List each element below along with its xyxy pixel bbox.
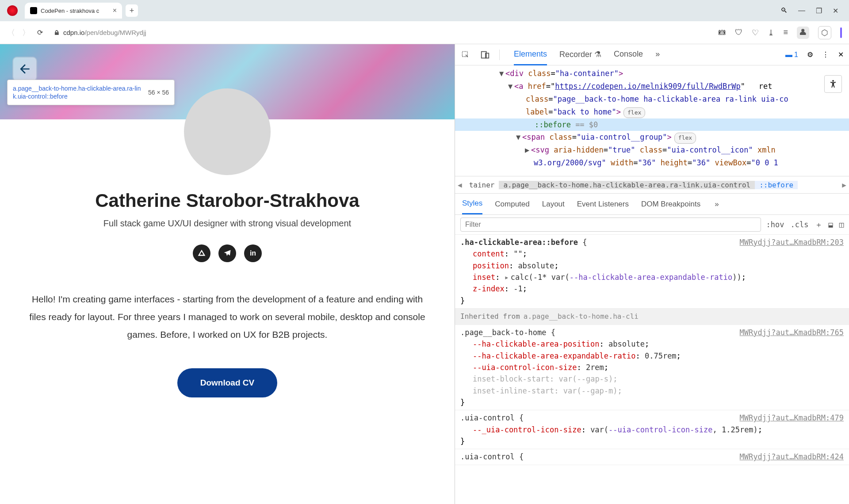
css-property[interactable]: z-index: -1; — [460, 283, 844, 294]
accessibility-icon[interactable] — [824, 75, 842, 93]
shield-icon[interactable]: 🛡︎ — [735, 28, 743, 37]
nav-back-icon[interactable]: 〈 — [7, 27, 15, 38]
profile-icon[interactable]: 👤︎ — [797, 27, 809, 39]
rule-source-link[interactable]: MWRydjj?aut…KmadbRM:203 — [740, 237, 844, 248]
computed-toggle-icon[interactable]: ⬓ — [829, 220, 833, 229]
breadcrumb-item[interactable]: a.page__back-to-home.ha-clickable-area.r… — [499, 181, 755, 189]
devtools-toolbar: Elements Recorder ⚗ Console » ▬ 1 ⚙ ⋮ ✕ — [455, 44, 849, 65]
search-icon[interactable]: 🔍︎ — [780, 7, 788, 15]
reload-icon[interactable]: ⟳ — [37, 28, 43, 37]
breadcrumb-right-icon[interactable]: ▶ — [839, 181, 849, 189]
heart-icon[interactable]: ♡ — [752, 28, 759, 38]
tab-recorder[interactable]: Recorder ⚗ — [559, 44, 601, 65]
dom-node[interactable]: ▼<span class="uia-control__group">flex — [455, 131, 849, 144]
tab-close-icon[interactable]: × — [113, 7, 117, 15]
css-property-overridden[interactable]: inset-inline-start: var(--gap-m); — [460, 385, 844, 397]
issues-badge[interactable]: ▬ 1 — [785, 51, 798, 59]
css-property[interactable]: inset: ▸calc(-1* var(--ha-clickable-area… — [460, 271, 844, 283]
close-devtools-icon[interactable]: ✕ — [838, 50, 844, 59]
rule-source-link[interactable]: MWRydjj?aut…KmadbRM:479 — [740, 412, 844, 424]
inherited-from-bar: Inherited from a.page__back-to-home.ha-c… — [455, 309, 849, 325]
styles-filter-input[interactable] — [460, 218, 761, 232]
toolbar-icons: 📷︎ 🛡︎ ♡ ⤓ ≡ 👤︎ ⬡ — [718, 26, 842, 39]
more-tabs-icon[interactable]: » — [655, 44, 660, 65]
more-styles-tabs-icon[interactable]: » — [715, 195, 719, 214]
extensions-icon[interactable]: ⬡ — [818, 26, 831, 39]
minimize-icon[interactable]: — — [798, 7, 805, 15]
rule-source-link[interactable]: MWRydjj?aut…KmadbRM:765 — [740, 327, 844, 338]
artstation-icon[interactable] — [193, 244, 210, 262]
dom-node[interactable]: ▼<div class="ha-container"> — [455, 67, 849, 80]
settings-gear-icon[interactable]: ⚙ — [807, 50, 813, 59]
download-cv-button[interactable]: Download CV — [177, 368, 277, 397]
dom-node-cont[interactable]: label="back to home">flex — [455, 106, 849, 118]
tab-computed[interactable]: Computed — [495, 195, 529, 214]
close-window-icon[interactable]: ✕ — [833, 7, 838, 15]
telegram-icon[interactable] — [218, 244, 236, 262]
download-icon[interactable]: ⤓ — [768, 28, 774, 38]
dom-tree[interactable]: ▼<div class="ha-container"> ▼<a href="ht… — [455, 65, 849, 176]
browser-tab[interactable]: CodePen - strakhova c × — [25, 3, 122, 19]
rule-selector[interactable]: .uia-control { — [460, 451, 524, 462]
flask-icon: ⚗ — [594, 50, 601, 59]
dom-breadcrumb: ◀ tainer a.page__back-to-home.ha-clickab… — [455, 176, 849, 194]
dom-node-cont[interactable]: class="page__back-to-home ha-clickable-a… — [455, 93, 849, 106]
avatar — [184, 88, 271, 175]
rule-close: } — [460, 397, 844, 408]
bio-text: Hello! I'm creating game interfaces - st… — [19, 290, 435, 344]
opera-logo-icon[interactable] — [7, 5, 18, 16]
css-property[interactable]: --uia-control-icon-size: 2rem; — [460, 362, 844, 373]
dom-node-selected[interactable]: ⋯::before == $0 — [455, 118, 849, 131]
address-bar-row: 〈 〉 ⟳ 🔒︎ cdpn.io/pen/debug/MWRydjj 📷︎ 🛡︎… — [0, 21, 849, 44]
hov-button[interactable]: :hov — [766, 220, 784, 229]
css-property[interactable]: --ha-clickable-area-expandable-ratio: 0.… — [460, 350, 844, 362]
styles-toolbar: :hov .cls ＋ ⬓ ◫ — [455, 215, 849, 235]
easy-setup-icon[interactable]: ≡ — [783, 28, 788, 37]
tooltip-dimensions: 56 × 56 — [148, 89, 169, 96]
tab-event-listeners[interactable]: Event Listeners — [577, 195, 629, 214]
new-style-rule-icon[interactable]: ＋ — [815, 220, 822, 230]
profile-tagline: Full stack game UX/UI designer with stro… — [0, 218, 455, 229]
sidebar-indicator-icon[interactable] — [840, 27, 842, 38]
device-toolbar-icon[interactable] — [480, 50, 490, 60]
dom-node[interactable]: ▶<svg aria-hidden="true" class="uia-cont… — [455, 144, 849, 157]
css-rule[interactable]: .uia-control { MWRydjj?aut…KmadbRM:424 — [455, 449, 849, 465]
tab-styles[interactable]: Styles — [462, 194, 482, 214]
css-property[interactable]: position: absolute; — [460, 260, 844, 271]
kebab-menu-icon[interactable]: ⋮ — [822, 50, 829, 59]
tab-dom-breakpoints[interactable]: DOM Breakpoints — [641, 195, 700, 214]
rule-selector[interactable]: .ha-clickable-area::before { — [460, 237, 587, 248]
linkedin-icon[interactable]: in — [244, 244, 262, 262]
devtools-toolbar-right: ▬ 1 ⚙ ⋮ ✕ — [785, 50, 844, 59]
tab-console[interactable]: Console — [614, 44, 643, 65]
breadcrumb-item[interactable]: tainer — [465, 181, 499, 189]
breadcrumb-left-icon[interactable]: ◀ — [455, 181, 465, 189]
css-property[interactable]: --_uia-control-icon-size: var(--uia-cont… — [460, 424, 844, 435]
styles-body[interactable]: .ha-clickable-area::before { MWRydjj?aut… — [455, 235, 849, 504]
address-bar[interactable]: 🔒︎ cdpn.io/pen/debug/MWRydjj — [50, 29, 711, 36]
css-rule[interactable]: .page__back-to-home { MWRydjj?aut…KmadbR… — [455, 325, 849, 410]
back-to-home-button[interactable] — [12, 57, 37, 81]
panel-layout-icon[interactable]: ◫ — [839, 220, 844, 229]
css-property[interactable]: content: ""; — [460, 248, 844, 260]
tab-elements[interactable]: Elements — [514, 44, 547, 65]
rule-close: } — [460, 295, 844, 306]
rule-selector[interactable]: .page__back-to-home { — [460, 327, 555, 338]
css-property-overridden[interactable]: inset-block-start: var(--gap-s); — [460, 373, 844, 385]
css-rule[interactable]: .uia-control { MWRydjj?aut…KmadbRM:479 -… — [455, 410, 849, 449]
dom-node-cont[interactable]: w3.org/2000/svg" width="36" height="36" … — [455, 157, 849, 169]
css-rule[interactable]: .ha-clickable-area::before { MWRydjj?aut… — [455, 235, 849, 309]
maximize-icon[interactable]: ❐ — [816, 7, 822, 15]
dom-node[interactable]: ▼<a href="https://codepen.io/melnik909/f… — [455, 80, 849, 93]
lock-icon[interactable]: 🔒︎ — [54, 29, 60, 36]
rule-selector[interactable]: .uia-control { — [460, 412, 524, 424]
screenshot-icon[interactable]: 📷︎ — [718, 28, 726, 37]
tab-layout[interactable]: Layout — [542, 195, 565, 214]
breadcrumb-item-selected[interactable]: ::before — [755, 181, 798, 189]
nav-forward-icon[interactable]: 〉 — [22, 27, 30, 38]
new-tab-button[interactable]: + — [126, 4, 138, 17]
css-property[interactable]: --ha-clickable-area-position: absolute; — [460, 338, 844, 350]
inspect-element-icon[interactable] — [460, 50, 471, 60]
cls-button[interactable]: .cls — [791, 220, 809, 229]
rule-source-link[interactable]: MWRydjj?aut…KmadbRM:424 — [740, 451, 844, 462]
